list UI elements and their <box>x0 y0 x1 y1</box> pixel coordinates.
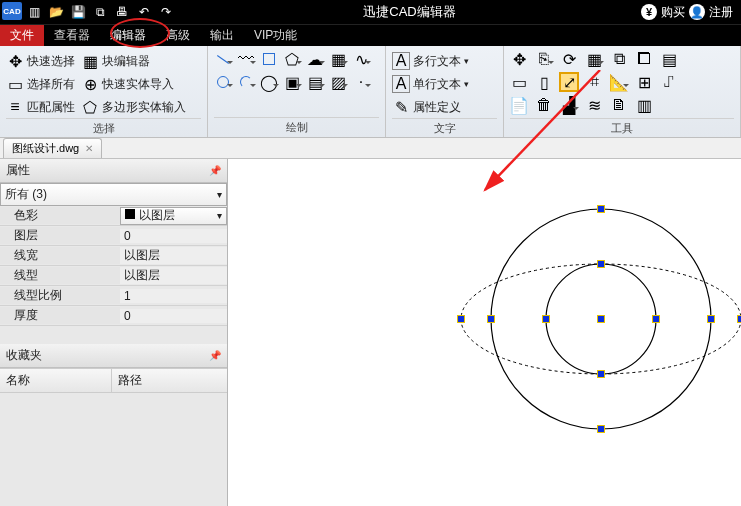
draw-ellipse-icon[interactable]: ◯ <box>260 73 278 91</box>
fav-col-name[interactable]: 名称 <box>0 369 112 392</box>
menu-editor[interactable]: 编辑器 <box>100 25 156 46</box>
draw-rect-icon[interactable] <box>260 50 278 68</box>
grip-icon[interactable] <box>597 205 605 213</box>
grip-icon[interactable] <box>707 315 715 323</box>
menu-output[interactable]: 输出 <box>200 25 244 46</box>
menu-advanced[interactable]: 高级 <box>156 25 200 46</box>
draw-polyline-icon[interactable]: 〰 <box>237 50 255 68</box>
grip-icon[interactable] <box>597 425 605 433</box>
grip-icon[interactable] <box>737 315 741 323</box>
favorites-list <box>0 413 227 506</box>
tool-measure-icon[interactable]: 📐 <box>610 73 628 91</box>
tool-chip-icon[interactable]: ⌗ <box>585 73 603 91</box>
tool-frame-icon[interactable]: ▯ <box>535 73 553 91</box>
import-entity-button[interactable]: ⊕快速实体导入 <box>81 73 186 95</box>
prop-ltscale-value[interactable]: 1 <box>120 289 227 303</box>
grip-icon[interactable] <box>597 315 605 323</box>
draw-spline-icon[interactable]: ∿ <box>352 50 370 68</box>
prop-color-value[interactable]: 以图层 <box>120 207 227 225</box>
prop-linetype-value[interactable]: 以图层 <box>120 267 227 284</box>
tool-script-icon[interactable]: 📄 <box>510 96 528 114</box>
filter-dropdown[interactable]: 所有 (3) <box>0 183 227 206</box>
tool-insert-icon[interactable]: ▦ <box>585 50 603 68</box>
document-tab-label: 图纸设计.dwg <box>12 141 79 156</box>
tool-rect-icon[interactable]: ▭ <box>510 73 528 91</box>
quick-select-button[interactable]: ✥快速选择 <box>6 50 75 72</box>
grip-icon[interactable] <box>542 315 550 323</box>
drawing-canvas[interactable] <box>228 159 741 506</box>
grip-icon[interactable] <box>487 315 495 323</box>
tool-groupedit-icon[interactable]: ⧠ <box>635 50 653 68</box>
group-label-select: 选择 <box>6 118 201 136</box>
attrdef-button[interactable]: ✎属性定义 <box>392 96 469 118</box>
open-icon[interactable]: 📂 <box>46 2 66 22</box>
match-props-button[interactable]: ≡匹配属性 <box>6 96 75 118</box>
redo-icon[interactable]: ↷ <box>156 2 176 22</box>
print-icon[interactable]: 🖶 <box>112 2 132 22</box>
draw-hatch-icon[interactable]: ▨ <box>329 73 347 91</box>
draw-table-icon[interactable]: ▤ <box>306 73 324 91</box>
draw-region-icon[interactable]: ▦ <box>329 50 347 68</box>
currency-icon[interactable]: ¥ <box>641 4 657 20</box>
draw-polygon-icon[interactable]: ⬠ <box>283 50 301 68</box>
group-label-tools: 工具 <box>510 118 734 136</box>
prop-layer-value[interactable]: 0 <box>120 229 227 243</box>
prop-linewidth-label: 线宽 <box>0 247 120 264</box>
group-label-draw: 绘制 <box>214 117 379 135</box>
menu-viewer[interactable]: 查看器 <box>44 25 100 46</box>
select-all-button[interactable]: ▭选择所有 <box>6 73 75 95</box>
tool-copy-icon[interactable]: ⎘ <box>535 50 553 68</box>
prop-ltscale-label: 线型比例 <box>0 287 120 304</box>
grip-icon[interactable] <box>457 315 465 323</box>
draw-point-icon[interactable]: · <box>352 73 370 91</box>
save-icon[interactable]: 💾 <box>68 2 88 22</box>
properties-header: 属性 <box>6 162 30 179</box>
menu-file[interactable]: 文件 <box>0 25 44 46</box>
favorites-header: 收藏夹 <box>6 347 42 364</box>
stext-button[interactable]: A单行文本▾ <box>392 73 469 95</box>
tool-rotate-icon[interactable]: ⟳ <box>560 50 578 68</box>
tool-move-icon[interactable]: ✥ <box>510 50 528 68</box>
prop-thick-value[interactable]: 0 <box>120 309 227 323</box>
pin-icon-2[interactable]: 📌 <box>209 350 221 361</box>
prop-linewidth-value[interactable]: 以图层 <box>120 247 227 264</box>
register-button[interactable]: 注册 <box>709 4 733 21</box>
fav-col-path[interactable]: 路径 <box>112 369 148 392</box>
document-tab[interactable]: 图纸设计.dwg ✕ <box>3 138 102 158</box>
tool-scale-icon[interactable]: ⤢ <box>560 73 578 91</box>
draw-line-icon[interactable] <box>214 50 232 68</box>
tool-array-icon[interactable]: ⊞ <box>635 73 653 91</box>
draw-revcloud-icon[interactable]: ☁ <box>306 50 324 68</box>
tool-group1-icon[interactable]: ⧉ <box>610 50 628 68</box>
block-editor-button[interactable]: ▦块编辑器 <box>81 50 186 72</box>
tool-stack-icon[interactable]: ▤ <box>660 50 678 68</box>
app-logo: CAD <box>2 2 22 20</box>
mtext-button[interactable]: A多行文本▾ <box>392 50 469 72</box>
pin-icon[interactable]: 📌 <box>209 165 221 176</box>
undo-icon[interactable]: ↶ <box>134 2 154 22</box>
tool-sheet-icon[interactable]: ▥ <box>635 96 653 114</box>
new-icon[interactable]: ▥ <box>24 2 44 22</box>
menu-vip[interactable]: VIP功能 <box>244 25 307 46</box>
prop-linetype-label: 线型 <box>0 267 120 284</box>
user-icon[interactable]: 👤 <box>689 4 705 20</box>
polygon-input-button[interactable]: ⬠多边形实体输入 <box>81 96 186 118</box>
grip-icon[interactable] <box>597 370 605 378</box>
tool-mline-icon[interactable]: ≋ <box>585 96 603 114</box>
grip-icon[interactable] <box>597 260 605 268</box>
close-tab-icon[interactable]: ✕ <box>85 143 93 154</box>
tool-text-icon[interactable]: 🗎 <box>610 96 628 114</box>
tool-delete-icon[interactable]: 🗑 <box>535 96 553 114</box>
grip-icon[interactable] <box>652 315 660 323</box>
saveas-icon[interactable]: ⧉ <box>90 2 110 22</box>
prop-layer-label: 图层 <box>0 227 120 244</box>
buy-button[interactable]: 购买 <box>661 4 685 21</box>
group-label-text: 文字 <box>392 118 497 136</box>
draw-block-icon[interactable]: ▣ <box>283 73 301 91</box>
prop-color-label: 色彩 <box>0 207 120 224</box>
tool-break-icon[interactable]: ⑀ <box>660 73 678 91</box>
draw-circle-icon[interactable] <box>214 73 232 91</box>
draw-arc-icon[interactable] <box>237 73 255 91</box>
app-title: 迅捷CAD编辑器 <box>178 3 641 21</box>
tool-mirror-icon[interactable]: ▟ <box>560 96 578 114</box>
